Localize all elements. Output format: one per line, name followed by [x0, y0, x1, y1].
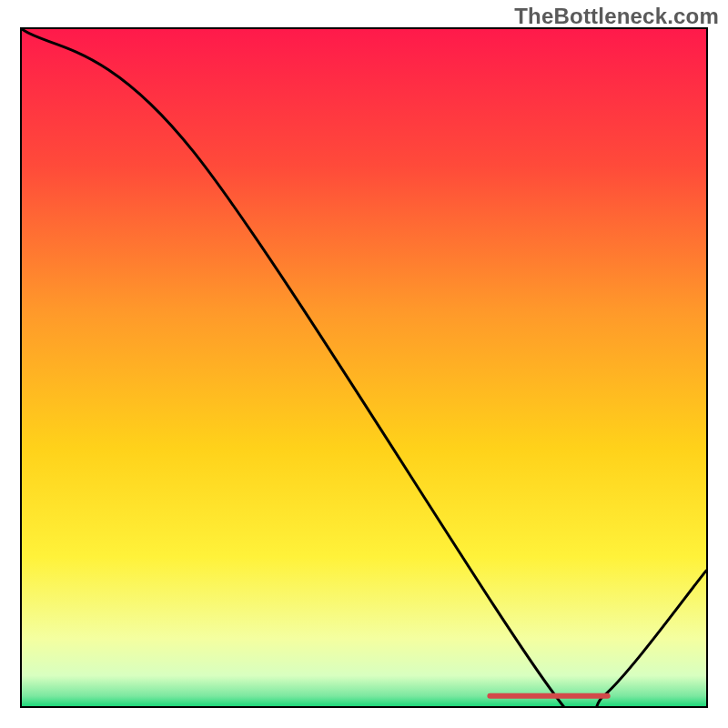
- chart-svg: [22, 29, 706, 706]
- gradient-backdrop: [22, 29, 706, 706]
- plot-area: [20, 27, 708, 708]
- watermark-text: TheBottleneck.com: [514, 4, 719, 29]
- chart-frame: TheBottleneck.com: [0, 0, 728, 728]
- optimum-marker: [487, 693, 610, 699]
